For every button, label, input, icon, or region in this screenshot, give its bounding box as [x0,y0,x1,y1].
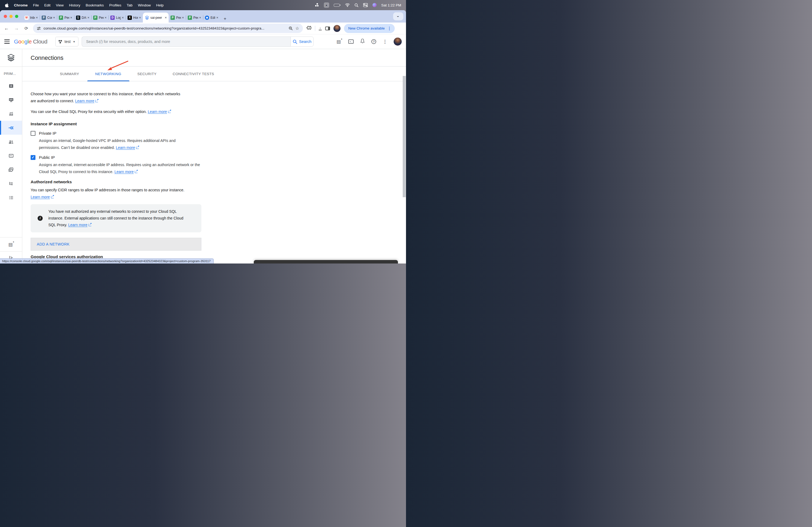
close-tab-icon[interactable]: × [199,16,201,19]
close-tab-icon[interactable]: × [104,16,106,19]
notifications-bell-icon[interactable] [360,39,365,45]
menubar-profiles[interactable]: Profiles [109,3,121,7]
tab-dais24[interactable]: DAISDAIS24 (× [74,13,91,22]
public-ip-checkbox[interactable]: ✓ [31,155,35,160]
menubar-clock[interactable]: Sat 1:22 PM [381,3,401,7]
learn-more-link[interactable]: Learn more [75,99,95,103]
tab-connectivity-tests[interactable]: CONNECTIVITY TESTS [164,66,222,81]
release-notes-icon[interactable]: ▤✦ [336,39,342,45]
sidebar-item-replicas[interactable] [0,177,22,191]
nav-menu-icon[interactable] [4,40,10,44]
account-avatar[interactable] [394,37,402,46]
control-center-icon[interactable] [363,3,368,7]
side-panel-icon[interactable] [325,27,330,30]
close-window-button[interactable] [4,15,7,18]
intro-text-2: You can use the Cloud SQL Proxy for extr… [31,108,219,115]
back-button[interactable]: ← [3,26,10,31]
sidebar-release-notes[interactable]: ▤✦ [0,238,22,252]
tab-log-explorer[interactable]: DLog Expl× [108,13,126,22]
bookmark-star-icon[interactable]: ☆ [295,26,299,31]
gcloud-search-input[interactable]: Search (/) for resources, docs, products… [82,36,291,47]
gcloud-search-button[interactable]: Search [291,36,314,47]
vertical-scrollbar[interactable] [403,76,406,197]
reload-button[interactable]: ⟳ [23,26,30,31]
learn-more-link[interactable]: Learn more [116,146,135,150]
close-tab-icon[interactable]: × [182,16,184,19]
sidebar-item-databases[interactable] [0,149,22,163]
tab-inbox[interactable]: MInbox (5× [23,13,40,22]
maximize-window-button[interactable] [15,15,18,18]
close-tab-icon[interactable]: × [122,16,124,19]
tab-search-button[interactable]: › [393,12,403,20]
menubar-history[interactable]: History [69,3,80,7]
sidebar-item-overview[interactable] [0,79,22,93]
close-tab-icon[interactable]: × [70,16,72,19]
close-tab-icon[interactable]: × [87,16,89,19]
sidebar-item-system-insights[interactable] [0,107,22,121]
tab-x-home[interactable]: XHome / X× [126,13,143,22]
desktop: { "menubar": { "items": ["Chrome", "File… [0,0,406,264]
learn-more-link[interactable]: Learn more [148,109,167,114]
menubar-edit[interactable]: Edit [44,3,50,7]
browser-menu-icon[interactable]: ⋮ [388,26,392,31]
siri-icon[interactable] [373,3,377,7]
minimize-window-button[interactable] [10,15,13,18]
downloads-icon[interactable]: ↓ [319,27,322,30]
close-tab-icon[interactable]: × [36,16,38,19]
zoom-page-icon[interactable] [289,26,293,30]
menubar-window[interactable]: Window [138,3,151,7]
browser-profile-avatar[interactable] [334,25,340,32]
project-selector[interactable]: test ▼ [55,37,78,46]
address-bar[interactable]: console.cloud.google.com/sql/instances/s… [33,24,303,33]
add-network-button[interactable]: ADD A NETWORK [31,238,201,251]
battery-icon[interactable] [334,4,340,7]
help-icon[interactable]: ? [371,39,376,44]
forward-button[interactable]: → [13,26,19,31]
menubar-bookmarks[interactable]: Bookmarks [86,3,104,7]
tab-peerdb-4[interactable]: PPeerdb (× [186,13,203,22]
site-settings-icon[interactable] [37,27,41,30]
wifi-icon[interactable] [345,3,350,7]
sidebar-item-operations[interactable] [0,191,22,205]
pip-video-bar[interactable] [254,260,398,264]
menubar-file[interactable]: File [33,3,39,7]
tab-peerdb-3[interactable]: PPeerdb (× [169,13,186,22]
sidebar-item-backups[interactable] [0,163,22,177]
menubar-view[interactable]: View [56,3,64,7]
blocks-icon[interactable] [315,3,319,7]
sidebar-item-connections[interactable] [0,121,22,135]
more-options-icon[interactable]: ⋮ [383,39,387,45]
close-tab-icon[interactable]: × [164,16,167,19]
apple-icon[interactable] [5,3,9,7]
url-text[interactable]: console.cloud.google.com/sql/instances/s… [44,26,286,30]
tab-peerdb-1[interactable]: PPeerdb (× [57,13,74,22]
menubar-help[interactable]: Help [156,3,163,7]
tab-security[interactable]: SECURITY [129,66,164,81]
tab-conference[interactable]: PConferen× [40,13,57,22]
spotlight-search-icon[interactable] [354,3,359,7]
learn-more-link[interactable]: Learn more [68,223,88,227]
learn-more-link[interactable]: Learn more [31,195,50,199]
close-tab-icon[interactable]: × [139,16,141,19]
info-banner-text: You have not authorized any external net… [48,208,185,228]
menubar-tab[interactable]: Tab [127,3,133,7]
cloud-shell-icon[interactable]: >_ [348,40,354,44]
new-tab-button[interactable]: + [221,15,229,22]
tab-networking[interactable]: NETWORKING [87,66,129,81]
private-ip-checkbox[interactable] [31,131,35,136]
close-tab-icon[interactable]: × [216,16,218,19]
menubar-app-chrome[interactable]: Chrome [14,3,28,7]
close-tab-icon[interactable]: × [53,16,55,19]
tab-editing-doc[interactable]: Editing "× [203,13,220,22]
extensions-icon[interactable] [306,25,311,31]
networking-panel: Choose how you want your source to conne… [22,81,406,259]
learn-more-link[interactable]: Learn more [114,169,134,174]
tab-summary[interactable]: SUMMARY [52,66,87,81]
chrome-update-button[interactable]: New Chrome available⋮ [344,24,395,33]
google-cloud-logo[interactable]: Google Cloud [14,39,47,45]
tab-sai-peerdb-active[interactable]: sai-peer× [143,13,169,22]
tab-peerdb-2[interactable]: PPeerdb (× [91,13,108,22]
sidebar-item-users[interactable] [0,135,22,149]
menubar-app-icon[interactable]: ▲ [324,2,329,8]
sidebar-item-monitoring[interactable] [0,93,22,107]
